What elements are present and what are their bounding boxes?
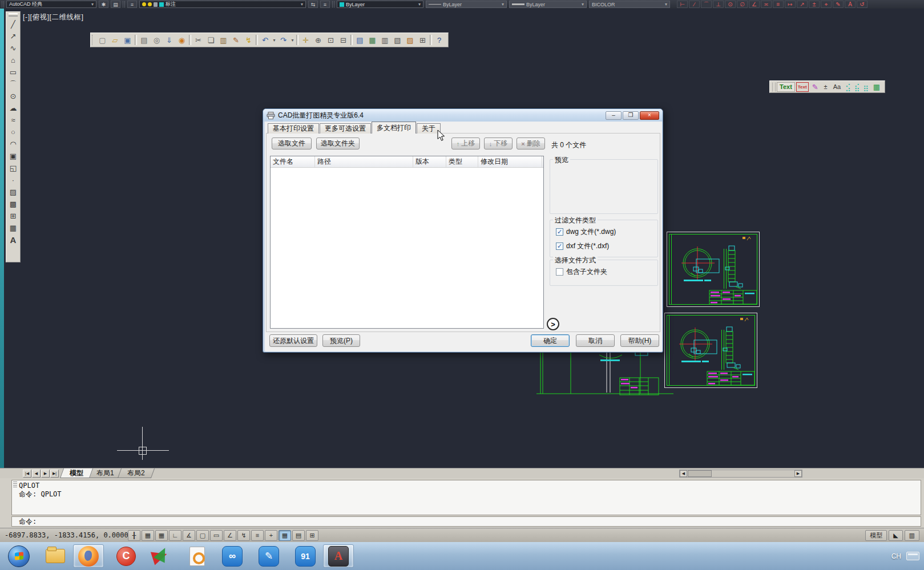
properties-icon[interactable]: ▤ — [354, 34, 366, 46]
next-tab-button[interactable]: ▶ — [41, 470, 50, 478]
diameter-icon[interactable]: ∅ — [737, 1, 748, 8]
dxf-filter-option[interactable]: dxf 文件(*.dxf) — [556, 241, 616, 251]
undo-dropdown-icon[interactable]: ▾ — [272, 34, 277, 46]
open-icon[interactable]: ▱ — [109, 34, 121, 46]
restore-defaults-button[interactable]: 还原默认设置 — [269, 334, 317, 347]
text-command-button[interactable]: Text — [777, 82, 795, 92]
toolbar-grip[interactable] — [123, 1, 125, 7]
close-button[interactable]: × — [640, 111, 659, 120]
spline-tool-icon[interactable]: ≈ — [7, 114, 19, 126]
scroll-right-button[interactable]: ▶ — [794, 470, 802, 477]
match-properties-icon[interactable]: ✎ — [230, 34, 242, 46]
column-header-type[interactable]: 类型 — [446, 156, 478, 167]
arc-tool-icon[interactable]: ⌒ — [7, 78, 19, 90]
checkbox[interactable] — [556, 242, 563, 250]
delete-button[interactable]: × 删除 — [517, 138, 545, 149]
tool-palettes-icon[interactable]: ▥ — [379, 34, 391, 46]
save-workspace-button[interactable]: ▤ — [111, 1, 120, 8]
plot-icon[interactable]: ▤ — [138, 34, 150, 46]
taskbar-firefox-button[interactable] — [73, 544, 104, 568]
text-scale-icon[interactable]: Aa — [831, 82, 843, 92]
first-tab-button[interactable]: |◀ — [23, 470, 31, 478]
taskbar-reader-button[interactable] — [181, 544, 212, 568]
move-down-button[interactable]: ↓ 下移 — [484, 138, 513, 149]
zoom-previous-icon[interactable]: ⊟ — [337, 34, 349, 46]
column-header-modified-date[interactable]: 修改日期 — [478, 156, 542, 167]
file-list-table[interactable]: 文件名路径版本类型修改日期 — [270, 156, 544, 329]
text-tool-icon[interactable]: A — [7, 234, 19, 246]
otrack-toggle[interactable]: ▭ — [210, 530, 223, 541]
designcenter-icon[interactable]: ▦ — [366, 34, 378, 46]
linear-dimension-icon[interactable]: ⊢ — [677, 1, 688, 8]
arc-length-icon[interactable]: ⌒ — [701, 1, 712, 8]
table-tool-icon[interactable]: ▦ — [7, 222, 19, 234]
workspace-settings-button[interactable]: ✱ — [99, 1, 108, 8]
last-tab-button[interactable]: ▶| — [50, 470, 59, 478]
redo-dropdown-icon[interactable]: ▾ — [290, 34, 295, 46]
layer-previous-button[interactable]: ≡ — [320, 1, 330, 8]
ellipse-arc-tool-icon[interactable]: ◠ — [7, 138, 19, 150]
layer-freeze-sun-icon[interactable] — [148, 2, 152, 6]
toolbar-grip[interactable] — [332, 1, 334, 7]
color-dropdown[interactable]: ByLayer ▾ — [337, 1, 423, 8]
qp-toggle[interactable]: + — [265, 530, 277, 541]
gradient-tool-icon[interactable]: ▩ — [7, 198, 19, 210]
construction-line-tool-icon[interactable]: ↗ — [7, 30, 19, 42]
layer-properties-button[interactable]: ≡ — [127, 1, 137, 8]
ellipse-tool-icon[interactable]: ○ — [7, 126, 19, 138]
edit-text-icon[interactable]: ✎ — [810, 82, 821, 92]
help-button[interactable]: 帮助(H) — [620, 334, 659, 347]
ortho-toggle[interactable]: ∟ — [169, 530, 181, 541]
prev-tab-button[interactable]: ◀ — [32, 470, 41, 478]
maximize-button[interactable]: ❐ — [623, 111, 639, 120]
rectangle-tool-icon[interactable]: ▭ — [7, 66, 19, 78]
taskbar-91assistant-button[interactable]: 91 — [290, 544, 321, 568]
preview-button[interactable]: 预览(P) — [322, 334, 360, 347]
toolbar-separator[interactable] — [296, 35, 298, 45]
taskbar-media-button[interactable] — [146, 544, 177, 568]
3d-dwf-icon[interactable]: ◉ — [176, 34, 188, 46]
justify-center-icon[interactable]: ⣮ — [853, 82, 861, 92]
tolerance-icon[interactable]: ± — [809, 1, 820, 8]
dim-text-edit-icon[interactable]: A — [845, 1, 856, 8]
block-editor-icon[interactable]: ↯ — [243, 34, 255, 46]
copy-icon[interactable]: ❏ — [205, 34, 217, 46]
dimstyle-dropdown[interactable]: BICOLOR ▾ — [589, 1, 670, 8]
justify-right-icon[interactable]: ⣶ — [862, 82, 870, 92]
center-mark-icon[interactable]: ⌖ — [821, 1, 832, 8]
insert-block-tool-icon[interactable]: ▣ — [7, 150, 19, 162]
toolbar-grip[interactable] — [92, 35, 94, 45]
paste-icon[interactable]: ▥ — [217, 34, 229, 46]
scrollbar-thumb[interactable] — [688, 470, 712, 477]
toolbar-separator[interactable] — [350, 35, 353, 45]
start-button[interactable] — [3, 544, 34, 568]
continue-icon[interactable]: ↦ — [785, 1, 796, 8]
toolbar-grip[interactable] — [772, 83, 776, 91]
dialog-title-bar[interactable]: CAD批量打图精灵专业版6.4 – ❐ × — [263, 109, 663, 122]
quick-dimension-icon[interactable]: ≍ — [761, 1, 772, 8]
point-tool-icon[interactable]: · — [7, 174, 19, 186]
toolbar-separator[interactable] — [256, 35, 258, 45]
save-icon[interactable]: ▣ — [122, 34, 134, 46]
markup-set-manager-icon[interactable]: ▨ — [404, 34, 416, 46]
toolbar-separator[interactable] — [189, 35, 191, 45]
taskbar-explorer-button[interactable] — [40, 544, 71, 568]
undo-icon[interactable]: ↶ — [259, 34, 271, 46]
ok-button[interactable]: 确定 — [531, 334, 570, 347]
command-window-grip[interactable] — [13, 482, 17, 488]
grid-display-toggle[interactable]: ▦ — [155, 530, 168, 541]
workspace-dropdown[interactable]: AutoCAD 经典 ▾ — [6, 1, 96, 8]
quickview-drawings-button[interactable]: ◣ — [889, 530, 902, 541]
revision-cloud-tool-icon[interactable]: ☁ — [7, 102, 19, 114]
keyboard-icon[interactable] — [906, 552, 919, 560]
command-input[interactable]: 命令: — [11, 516, 921, 527]
tab-more-options[interactable]: 更多可选设置 — [320, 123, 371, 134]
help-icon[interactable]: ? — [433, 34, 445, 46]
dwg-filter-option[interactable]: dwg 文件(*.dwg) — [556, 227, 616, 237]
select-folder-button[interactable]: 选取文件夹 — [316, 138, 360, 149]
leader-icon[interactable]: ↗ — [797, 1, 808, 8]
expand-button[interactable]: > — [547, 318, 559, 330]
linetype-dropdown[interactable]: ByLayer ▾ — [426, 1, 507, 8]
hatch-tool-icon[interactable]: ▨ — [7, 186, 19, 198]
dim-edit-icon[interactable]: ✎ — [833, 1, 844, 8]
